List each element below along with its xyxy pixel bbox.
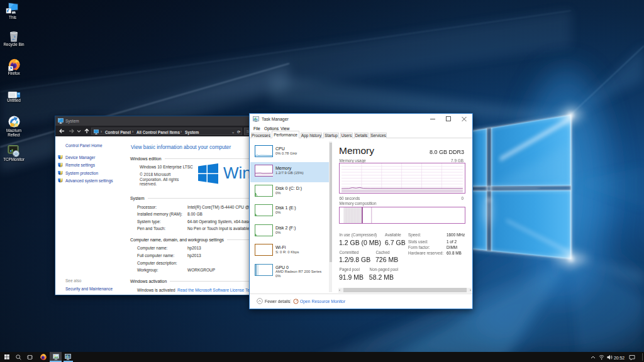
svg-text:20:52: 20:52 xyxy=(614,355,625,359)
